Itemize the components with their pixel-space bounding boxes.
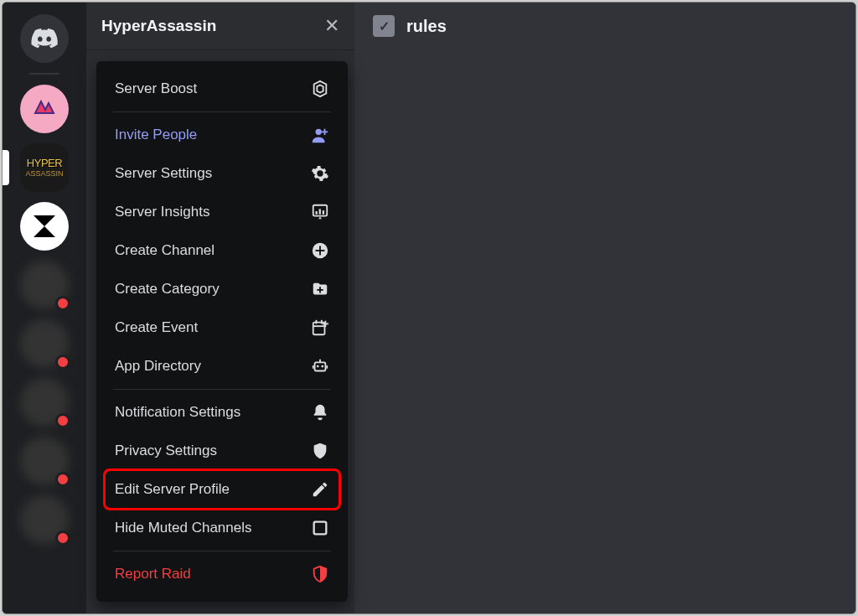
boost-icon bbox=[311, 80, 329, 98]
svg-rect-9 bbox=[317, 289, 323, 291]
menu-separator bbox=[113, 111, 331, 112]
menu-item-label: Edit Server Profile bbox=[115, 481, 230, 498]
menu-server-insights[interactable]: Server Insights bbox=[105, 193, 339, 231]
rules-channel-icon: ✓ bbox=[373, 15, 395, 37]
menu-separator bbox=[113, 389, 331, 390]
menu-item-label: Report Raid bbox=[115, 566, 191, 582]
plus-circle-icon bbox=[311, 241, 329, 260]
notification-badge bbox=[55, 472, 70, 487]
shield-alert-icon bbox=[311, 565, 329, 583]
insights-icon bbox=[311, 203, 329, 221]
svg-rect-14 bbox=[315, 362, 326, 370]
menu-create-category[interactable]: Create Category bbox=[105, 270, 339, 308]
notification-badge bbox=[55, 296, 70, 311]
menu-report-raid[interactable]: Report Raid bbox=[105, 555, 339, 593]
notification-badge bbox=[55, 355, 70, 370]
shield-icon bbox=[311, 442, 329, 460]
channel-header: ✓ rules bbox=[354, 3, 855, 49]
svg-rect-19 bbox=[326, 365, 328, 369]
svg-rect-18 bbox=[313, 365, 314, 369]
svg-rect-17 bbox=[319, 360, 321, 363]
menu-privacy-settings[interactable]: Privacy Settings bbox=[105, 432, 339, 470]
server-icon-1[interactable] bbox=[20, 85, 69, 133]
menu-item-label: Create Event bbox=[115, 319, 198, 336]
server-header[interactable]: HyperAssassin ✕ bbox=[86, 3, 354, 49]
server-icon-3[interactable] bbox=[20, 202, 69, 251]
svg-rect-13 bbox=[313, 325, 325, 327]
server-dropdown-menu: Server Boost Invite People Server Settin… bbox=[96, 61, 348, 602]
menu-edit-server-profile[interactable]: Edit Server Profile bbox=[105, 470, 339, 509]
menu-item-label: Server Insights bbox=[115, 204, 209, 220]
menu-invite-people[interactable]: Invite People bbox=[105, 116, 339, 154]
checkbox-empty-icon bbox=[311, 519, 329, 537]
menu-item-label: Server Settings bbox=[115, 165, 212, 182]
main-content-area bbox=[354, 49, 855, 613]
folder-plus-icon bbox=[311, 280, 329, 298]
svg-point-16 bbox=[321, 365, 323, 368]
menu-item-label: Notification Settings bbox=[115, 404, 240, 421]
menu-item-label: Create Category bbox=[115, 281, 220, 298]
close-icon[interactable]: ✕ bbox=[324, 15, 339, 37]
pencil-icon bbox=[311, 480, 329, 499]
calendar-plus-icon bbox=[311, 318, 329, 337]
menu-create-channel[interactable]: Create Channel bbox=[105, 231, 339, 270]
menu-server-settings[interactable]: Server Settings bbox=[105, 154, 339, 193]
gear-icon bbox=[311, 164, 329, 183]
menu-app-directory[interactable]: App Directory bbox=[105, 347, 339, 386]
server-icon-hyperassassin[interactable]: HYPER ASSASSIN bbox=[20, 143, 69, 192]
menu-item-label: App Directory bbox=[115, 358, 201, 375]
discord-logo-icon bbox=[30, 28, 59, 49]
svg-rect-12 bbox=[321, 320, 323, 324]
notification-badge bbox=[55, 413, 70, 428]
svg-rect-4 bbox=[323, 210, 324, 215]
home-button[interactable] bbox=[20, 14, 69, 63]
menu-hide-muted-channels[interactable]: Hide Muted Channels bbox=[105, 509, 339, 547]
selected-indicator bbox=[3, 150, 9, 185]
discord-app-window: HYPER ASSASSIN bbox=[2, 2, 856, 614]
server-1-logo-icon bbox=[30, 95, 59, 123]
menu-item-label: Hide Muted Channels bbox=[115, 520, 251, 536]
hyper-logo-icon: HYPER ASSASSIN bbox=[25, 158, 63, 178]
invite-people-icon bbox=[311, 126, 329, 144]
svg-rect-20 bbox=[314, 522, 327, 535]
svg-point-15 bbox=[317, 365, 319, 368]
menu-separator bbox=[113, 551, 331, 551]
menu-item-label: Create Channel bbox=[115, 242, 214, 259]
menu-item-label: Server Boost bbox=[115, 80, 197, 97]
svg-point-0 bbox=[316, 129, 322, 135]
svg-rect-7 bbox=[316, 250, 325, 251]
notification-badge bbox=[55, 531, 70, 546]
menu-server-boost[interactable]: Server Boost bbox=[105, 70, 339, 108]
menu-create-event[interactable]: Create Event bbox=[105, 308, 339, 347]
menu-notification-settings[interactable]: Notification Settings bbox=[105, 393, 339, 432]
server-3-logo-icon bbox=[30, 212, 59, 241]
svg-rect-3 bbox=[319, 209, 321, 214]
menu-item-label: Invite People bbox=[115, 127, 197, 143]
svg-rect-11 bbox=[316, 320, 318, 324]
svg-rect-2 bbox=[316, 211, 318, 215]
rail-separator bbox=[29, 73, 59, 75]
robot-icon bbox=[311, 357, 329, 375]
menu-item-label: Privacy Settings bbox=[115, 443, 217, 459]
bell-icon bbox=[311, 403, 329, 422]
server-name-label: HyperAssassin bbox=[101, 17, 216, 35]
guild-rail: HYPER ASSASSIN bbox=[3, 3, 86, 613]
channel-name-label: rules bbox=[406, 17, 447, 36]
